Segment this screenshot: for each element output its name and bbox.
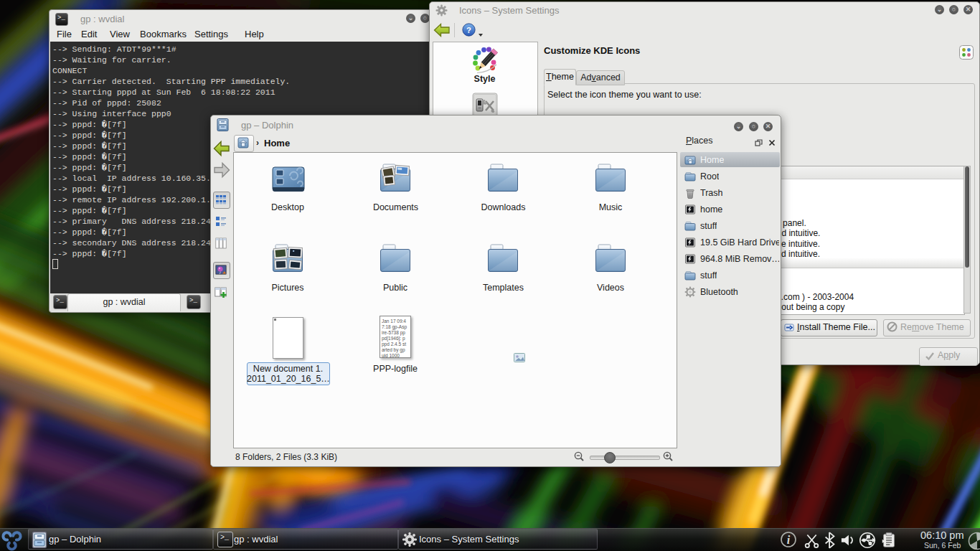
svg-text:i: i xyxy=(787,534,791,546)
svg-text:?: ? xyxy=(466,26,471,34)
